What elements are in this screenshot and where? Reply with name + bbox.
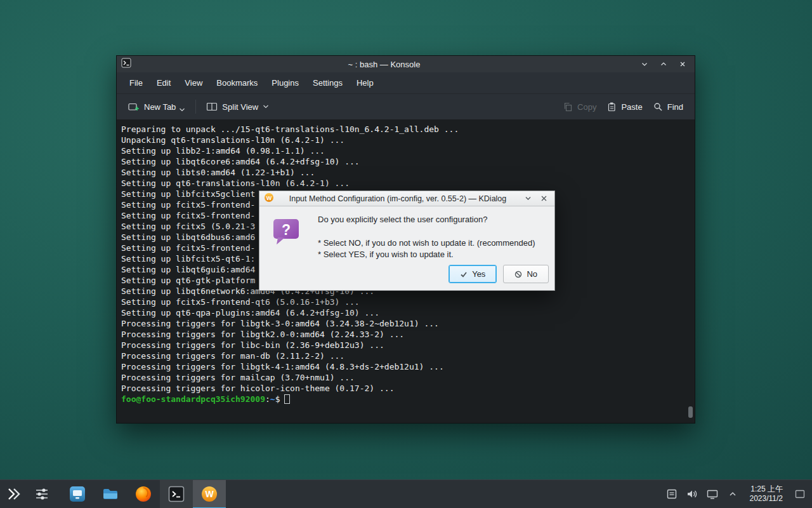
- copy-label: Copy: [577, 102, 596, 112]
- notes-tray-icon: [665, 488, 678, 500]
- menu-help[interactable]: Help: [350, 74, 380, 91]
- terminal-line: Setting up qt6-translations-l10n (6.4.2-…: [121, 178, 689, 189]
- maximize-icon: [660, 60, 667, 68]
- minimize-button[interactable]: [637, 58, 652, 70]
- menu-plugins[interactable]: Plugins: [265, 74, 305, 91]
- svg-text:W: W: [205, 489, 214, 499]
- copy-icon: [563, 102, 573, 112]
- split-view-dropdown-icon: [263, 104, 269, 109]
- new-tab-label: New Tab: [144, 102, 176, 112]
- terminal-line: Processing triggers for hicolor-icon-the…: [121, 383, 689, 394]
- svg-text:W: W: [266, 194, 272, 201]
- show-desktop-icon: [794, 488, 806, 500]
- terminal-line: Processing triggers for mailcap (3.70+nm…: [121, 372, 689, 383]
- taskbar: W 1:25 上午 2023/11/2: [0, 479, 812, 508]
- kdialog-window: W Input Method Configuration (im-config,…: [259, 190, 555, 291]
- kdialog-body: ? Do you explicitly select the user conf…: [259, 206, 554, 290]
- terminal-cursor: [284, 394, 290, 404]
- file-manager-launcher[interactable]: [94, 480, 127, 508]
- maximize-button[interactable]: [656, 58, 671, 70]
- kdialog-titlebar[interactable]: W Input Method Configuration (im-config,…: [259, 191, 554, 206]
- konsole-task-icon: [167, 485, 185, 503]
- yes-button[interactable]: Yes: [449, 265, 497, 283]
- show-desktop-button[interactable]: [792, 480, 808, 508]
- terminal-line: Processing triggers for libc-bin (2.36-9…: [121, 340, 689, 351]
- yes-check-icon: [460, 271, 468, 278]
- volume-icon: [686, 488, 698, 500]
- prompt-symbol: $: [275, 394, 280, 404]
- terminal-line: Processing triggers for libgtk2.0-0:amd6…: [121, 329, 689, 340]
- dialog-question-text: Do you explicitly select the user config…: [318, 215, 487, 224]
- terminal-prompt: foo@foo-standardpcq35ich92009:~$: [121, 394, 689, 404]
- kdialog-more-button[interactable]: [521, 193, 534, 204]
- terminal-line: Setting up libts0:amd64 (1.22-1+b1) ...: [121, 167, 689, 178]
- menubar: File Edit View Bookmarks Plugins Setting…: [117, 72, 695, 94]
- terminal-line: Setting up fcitx5-frontend-qt6 (5.0.16-1…: [121, 297, 689, 307]
- terminal-line: Setting up libqt6core6:amd64 (6.4.2+dfsg…: [121, 156, 689, 167]
- kdialog-task[interactable]: W: [193, 480, 226, 508]
- dialog-hint-yes: * Select YES, if you wish to update it.: [318, 249, 535, 260]
- digital-clock[interactable]: 1:25 上午 2023/11/2: [745, 485, 789, 504]
- blue-app-launcher[interactable]: [61, 480, 94, 508]
- tray-expand-button[interactable]: [724, 480, 741, 508]
- dialog-hint-lines: * Select NO, if you do not wish to updat…: [318, 237, 535, 260]
- question-icon: ?: [271, 218, 301, 248]
- desktop-background: ~ : bash — Konsole File Edit View Bookma…: [0, 0, 812, 508]
- system-tray: 1:25 上午 2023/11/2: [664, 480, 812, 508]
- find-icon: [653, 102, 663, 112]
- terminal-scrollbar-thumb[interactable]: [688, 406, 693, 418]
- svg-text:?: ?: [282, 222, 291, 238]
- menu-edit[interactable]: Edit: [150, 74, 177, 91]
- notes-tray-button[interactable]: [664, 480, 680, 508]
- find-button[interactable]: Find: [648, 97, 688, 116]
- chevron-down-icon: [525, 195, 532, 202]
- toolbar-separator: [195, 100, 196, 114]
- terminal-line: Processing triggers for libgtk-4-1:amd64…: [121, 361, 689, 372]
- kdialog-title: Input Method Configuration (im-config, v…: [277, 194, 518, 203]
- close-icon: [540, 195, 547, 202]
- display-button[interactable]: [704, 480, 721, 508]
- menu-bookmarks[interactable]: Bookmarks: [210, 74, 264, 91]
- konsole-task[interactable]: [160, 480, 193, 508]
- paste-button[interactable]: Paste: [601, 97, 647, 116]
- app-launcher-button[interactable]: [0, 480, 28, 508]
- file-manager-icon: [102, 485, 119, 503]
- konsole-titlebar[interactable]: ~ : bash — Konsole: [117, 56, 695, 72]
- terminal-line: Setting up qt6-qpa-plugins:amd64 (6.4.2+…: [121, 307, 689, 318]
- firefox-launcher[interactable]: [127, 480, 160, 508]
- task-manager-settings-icon: [34, 486, 50, 502]
- close-button[interactable]: [675, 58, 690, 70]
- paste-icon: [606, 102, 617, 112]
- find-label: Find: [667, 102, 683, 112]
- konsole-icon: [121, 58, 131, 70]
- blue-app-icon: [69, 485, 86, 503]
- no-button-label: No: [527, 269, 537, 279]
- prompt-user-host: foo@foo-standardpcq35ich92009: [121, 394, 265, 404]
- split-view-button[interactable]: Split View: [201, 97, 274, 116]
- task-manager-settings-button[interactable]: [28, 480, 56, 508]
- paste-label: Paste: [621, 102, 642, 112]
- terminal-line: Preparing to unpack .../15-qt6-translati…: [121, 124, 689, 135]
- new-tab-dropdown-icon: [179, 107, 185, 112]
- firefox-icon: [134, 485, 152, 503]
- kdialog-close-button[interactable]: [537, 193, 550, 204]
- minimize-icon: [641, 60, 648, 68]
- terminal-line: Processing triggers for man-db (2.11.2-2…: [121, 351, 689, 361]
- terminal-line: Processing triggers for libgtk-3-0:amd64…: [121, 318, 689, 329]
- no-button[interactable]: No: [503, 265, 549, 283]
- close-icon: [679, 60, 686, 68]
- volume-button[interactable]: [684, 480, 700, 508]
- no-slash-icon: [514, 271, 522, 278]
- menu-view[interactable]: View: [178, 74, 209, 91]
- menu-file[interactable]: File: [123, 74, 149, 91]
- dialog-button-row: Yes No: [449, 265, 549, 283]
- terminal-line: Setting up libb2-1:amd64 (0.98.1-1.1) ..…: [121, 145, 689, 156]
- toolbar: New Tab Split View Copy Paste Find: [117, 94, 695, 120]
- app-launcher-icon: [6, 486, 22, 502]
- copy-button[interactable]: Copy: [558, 97, 601, 116]
- window-title: ~ : bash — Konsole: [135, 60, 633, 69]
- clock-date: 2023/11/2: [750, 494, 783, 504]
- new-tab-button[interactable]: New Tab: [123, 97, 190, 117]
- menu-settings[interactable]: Settings: [306, 74, 349, 91]
- new-tab-icon: [128, 102, 140, 112]
